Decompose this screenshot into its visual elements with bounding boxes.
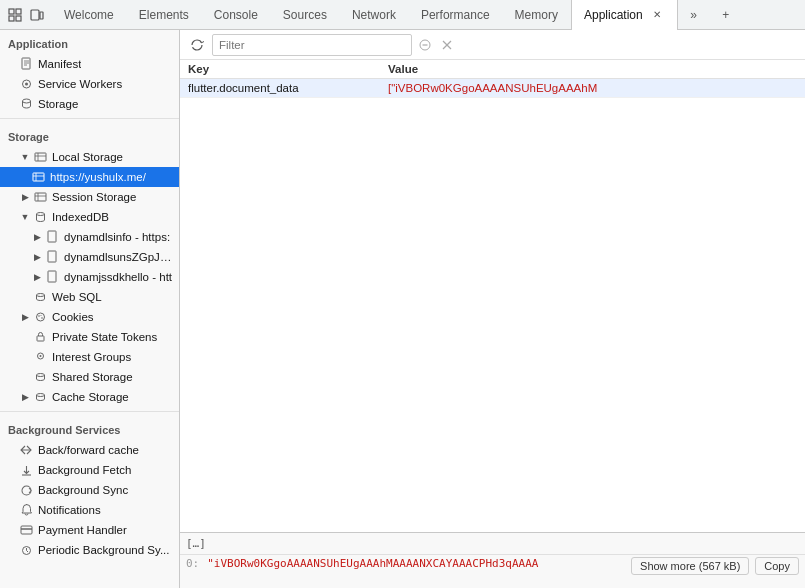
sidebar-item-back-forward[interactable]: Back/forward cache <box>0 440 179 460</box>
idb3-icon <box>44 269 60 285</box>
session-storage-icon <box>32 189 48 205</box>
local-storage-label: Local Storage <box>52 151 123 163</box>
background-section-label: Background Services <box>0 416 179 440</box>
svg-rect-25 <box>48 271 56 282</box>
storage-app-icon <box>18 96 34 112</box>
sidebar: Application Manifest Service Workers Sto… <box>0 30 180 588</box>
cache-storage-icon <box>32 389 48 405</box>
private-state-icon <box>32 329 48 345</box>
tab-close-application[interactable]: ✕ <box>649 7 665 23</box>
notifications-icon <box>18 502 34 518</box>
manifest-label: Manifest <box>38 58 81 70</box>
sidebar-item-storage-app[interactable]: Storage <box>0 94 179 114</box>
application-section-label: Application <box>0 30 179 54</box>
refresh-button[interactable] <box>186 34 208 56</box>
sidebar-item-local-storage-url[interactable]: https://yushulx.me/ <box>0 167 179 187</box>
inspect-icon[interactable] <box>6 6 24 24</box>
sidebar-item-indexed-db[interactable]: ▼ IndexedDB <box>0 207 179 227</box>
session-storage-label: Session Storage <box>52 191 136 203</box>
sidebar-item-web-sql[interactable]: ▶ Web SQL <box>0 287 179 307</box>
web-sql-icon <box>32 289 48 305</box>
sidebar-item-notifications[interactable]: Notifications <box>0 500 179 520</box>
tab-icons <box>0 6 52 24</box>
filter-input[interactable] <box>212 34 412 56</box>
device-icon[interactable] <box>28 6 46 24</box>
sidebar-item-session-storage[interactable]: ▶ Session Storage <box>0 187 179 207</box>
copy-button[interactable]: Copy <box>755 557 799 575</box>
sidebar-item-bg-sync[interactable]: Background Sync <box>0 480 179 500</box>
cache-storage-label: Cache Storage <box>52 391 129 403</box>
svg-point-30 <box>40 315 41 316</box>
sidebar-item-service-workers[interactable]: Service Workers <box>0 74 179 94</box>
svg-rect-31 <box>37 336 44 341</box>
sidebar-item-cache-storage[interactable]: ▶ Cache Storage <box>0 387 179 407</box>
bg-fetch-icon <box>18 462 34 478</box>
bg-sync-label: Background Sync <box>38 484 128 496</box>
chevron-right-idb2: ▶ <box>30 252 44 262</box>
storage-section-label: Storage <box>0 123 179 147</box>
sidebar-item-idb2[interactable]: ▶ dynamdlsunsZGpJPQ <box>0 247 179 267</box>
indexed-db-icon <box>32 209 48 225</box>
table-row[interactable]: flutter.document_data ["iVBORw0KGgoAAAAN… <box>180 79 805 98</box>
filter-clear-button[interactable] <box>438 36 456 54</box>
sidebar-item-bg-fetch[interactable]: Background Fetch <box>0 460 179 480</box>
sidebar-item-local-storage[interactable]: ▼ Local Storage <box>0 147 179 167</box>
shared-storage-label: Shared Storage <box>52 371 133 383</box>
svg-point-35 <box>36 394 44 397</box>
indexed-db-label: IndexedDB <box>52 211 109 223</box>
service-workers-label: Service Workers <box>38 78 122 90</box>
svg-rect-1 <box>16 9 21 14</box>
svg-rect-13 <box>35 153 46 161</box>
idb1-icon <box>44 229 60 245</box>
chevron-down-icon2: ▼ <box>18 212 32 222</box>
file-icon <box>18 56 34 72</box>
sidebar-item-idb3[interactable]: ▶ dynamjssdkhello - htt <box>0 267 179 287</box>
sidebar-item-interest-groups[interactable]: ▶ Interest Groups <box>0 347 179 367</box>
shared-storage-icon <box>32 369 48 385</box>
svg-rect-23 <box>48 231 56 242</box>
storage-app-label: Storage <box>38 98 78 110</box>
toolbar <box>180 30 805 60</box>
tab-bar: Welcome Elements Console Sources Network… <box>0 0 805 30</box>
sidebar-item-shared-storage[interactable]: ▶ Shared Storage <box>0 367 179 387</box>
tab-welcome[interactable]: Welcome <box>52 0 127 30</box>
chevron-right-icon: ▶ <box>18 192 32 202</box>
filter-no-match-icon <box>416 36 434 54</box>
back-forward-icon <box>18 442 34 458</box>
storage-table: Key Value flutter.document_data ["iVBORw… <box>180 60 805 98</box>
tab-performance[interactable]: Performance <box>409 0 503 30</box>
svg-rect-16 <box>33 173 44 181</box>
tab-network[interactable]: Network <box>340 0 409 30</box>
sidebar-item-manifest[interactable]: Manifest <box>0 54 179 74</box>
sidebar-item-private-state[interactable]: ▶ Private State Tokens <box>0 327 179 347</box>
bottom-line-number: 0: <box>186 557 199 570</box>
chevron-down-icon: ▼ <box>18 152 32 162</box>
service-worker-icon <box>18 76 34 92</box>
sidebar-item-cookies[interactable]: ▶ Cookies <box>0 307 179 327</box>
sidebar-item-payment[interactable]: Payment Handler <box>0 520 179 540</box>
show-more-button[interactable]: Show more (567 kB) <box>631 557 749 575</box>
svg-point-26 <box>36 294 44 297</box>
more-tabs-button[interactable]: » <box>680 1 708 29</box>
tab-elements[interactable]: Elements <box>127 0 202 30</box>
bottom-panel: […] 0: "iVBORw0KGgoAAAANSUhEUgAAAhMAAAAN… <box>180 532 805 588</box>
svg-point-12 <box>22 99 30 103</box>
private-state-label: Private State Tokens <box>52 331 157 343</box>
sidebar-item-periodic-bg[interactable]: Periodic Background Sy... <box>0 540 179 560</box>
svg-point-34 <box>36 374 44 377</box>
tab-sources[interactable]: Sources <box>271 0 340 30</box>
svg-rect-0 <box>9 9 14 14</box>
web-sql-label: Web SQL <box>52 291 102 303</box>
tab-console[interactable]: Console <box>202 0 271 30</box>
interest-groups-icon <box>32 349 48 365</box>
add-tab-button[interactable]: + <box>712 1 740 29</box>
main-layout: Application Manifest Service Workers Sto… <box>0 30 805 588</box>
table-icon <box>30 169 46 185</box>
sidebar-item-idb1[interactable]: ▶ dynamdlsinfo - https: <box>0 227 179 247</box>
svg-point-29 <box>41 317 43 319</box>
interest-groups-label: Interest Groups <box>52 351 131 363</box>
tab-memory[interactable]: Memory <box>503 0 571 30</box>
svg-point-27 <box>36 313 44 321</box>
bg-sync-icon <box>18 482 34 498</box>
tab-application[interactable]: Application ✕ <box>571 0 678 30</box>
